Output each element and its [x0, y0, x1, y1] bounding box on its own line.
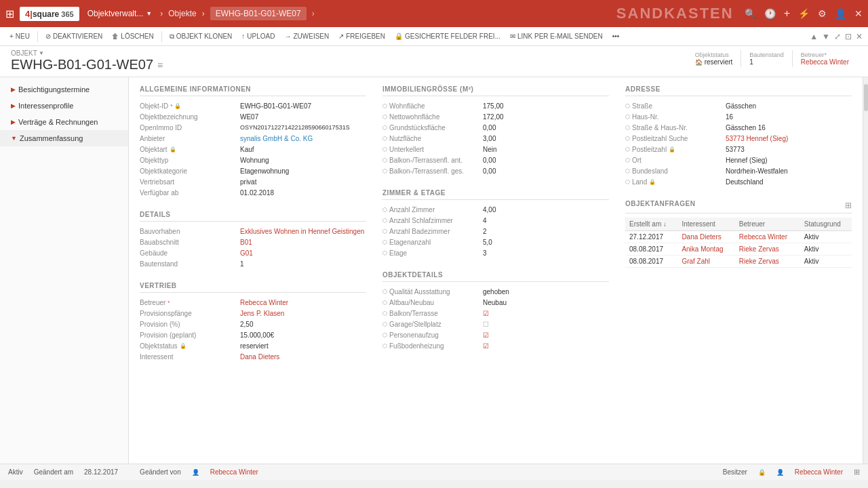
col-interessent[interactable]: Interessent	[677, 218, 734, 231]
felder-icon: 🔒	[395, 33, 403, 40]
app-grid-icon[interactable]: ⊞	[5, 7, 14, 20]
allgemeine-info-section: ALLGEMEINE INFORMATIONEN Objekt-ID * 🔒 E…	[140, 85, 366, 197]
column-2: IMMOBILIENGRÖSSE (m²) ⬡ Wohnfläche 175,0…	[382, 85, 609, 375]
breadcrumb-more[interactable]: ›	[312, 9, 315, 18]
freigeben-button[interactable]: ↗ FREIGEBEN	[334, 31, 389, 41]
section-vertraege[interactable]: ▶ Verträge & Rechnungen	[0, 114, 128, 130]
toolbar-up-icon[interactable]: ▲	[810, 32, 818, 41]
field-value-strasse-haus: Gässchen 16	[726, 123, 852, 132]
field-value-bauvorhaben: Exklusives Wohnen in Hennef Geistingen	[240, 227, 366, 236]
breadcrumb-current[interactable]: EWHG-B01-G01-WE07	[210, 7, 307, 20]
section-zusammenfassung[interactable]: ▼ Zusammenfassung	[0, 130, 128, 146]
search-icon[interactable]: 🔍	[745, 8, 756, 19]
field-label-etage: ⬡ Etage	[382, 249, 477, 258]
details-grid: Bauvorhaben Exklusives Wohnen in Hennef …	[140, 227, 366, 268]
field-value-openimmo: OSYN20171227142212859066017531S	[240, 123, 366, 132]
row3-betreuer[interactable]: Rieke Zervas	[735, 256, 800, 268]
nav-dropdown[interactable]: Objektverwalt... ▼	[82, 6, 158, 21]
objektdetails-grid: ⬡ Qualität Ausstattung gehoben ⬡ Altbau/…	[382, 287, 609, 350]
field-label-openimmo: OpenImmo ID	[140, 123, 235, 132]
col-statusgrund[interactable]: Statusgrund	[800, 218, 852, 231]
scrollbar-thumb	[864, 84, 868, 111]
toolbar-fullscreen-icon[interactable]: ⊡	[845, 32, 852, 41]
app-logo[interactable]: 4|square 365	[20, 7, 79, 21]
felder-frei-button[interactable]: 🔒 GESICHERTE FELDER FREI...	[391, 31, 505, 41]
objekt-klonen-button[interactable]: ⧉ OBJEKT KLONEN	[165, 31, 237, 42]
row1-status: Aktiv	[800, 231, 852, 243]
field-label-bundesland: ⬡ Bundesland	[625, 167, 720, 176]
top-nav: ⊞ 4|square 365 Objektverwalt... ▼ › Obje…	[0, 0, 868, 27]
row1-betreuer[interactable]: Rebecca Winter	[735, 231, 800, 243]
geaendert-von-label: Geändert von	[140, 468, 181, 476]
field-label-unterkellert: ⬡ Unterkellert	[382, 145, 477, 154]
row3-interessent[interactable]: Graf Zahl	[677, 256, 734, 268]
table-row: 08.08.2017 Graf Zahl Rieke Zervas Aktiv	[625, 256, 852, 268]
table-row: 27.12.2017 Dana Dieters Rebecca Winter A…	[625, 231, 852, 243]
zusammenfassung-arrow: ▼	[11, 135, 17, 142]
field-value-schlafzimmer: 4	[483, 216, 609, 225]
field-label-bautenstand: Bautenstand	[140, 260, 235, 268]
field-value-unterkellert: Nein	[483, 145, 609, 154]
field-label-anzahl-zimmer: ⬡ Anzahl Zimmer	[382, 205, 477, 214]
hausnr-icon: ⬡	[625, 114, 630, 120]
field-label-balkon-ges: ⬡ Balkon-/Terrassenfl. ges.	[382, 167, 477, 176]
vertrieb-title: VERTRIEB	[140, 282, 366, 293]
field-value-anbieter[interactable]: synalis GmbH & Co. KG	[240, 134, 366, 143]
field-label-plz: ⬡ Postleitzahl 🔒	[625, 145, 720, 154]
field-label-garage: ⬡ Garage/Stellplatz	[382, 320, 477, 329]
plz-suche-icon: ⬡	[625, 136, 630, 142]
row2-interessent[interactable]: Anika Montag	[677, 243, 734, 256]
toolbar-down-icon[interactable]: ▼	[822, 32, 830, 41]
etage2-icon: ⬡	[382, 250, 387, 256]
more-button[interactable]: •••	[608, 31, 624, 41]
field-value-badezimmer: 2	[483, 227, 609, 236]
link-email-button[interactable]: ✉ LINK PER E-MAIL SENDEN	[506, 31, 607, 41]
settings-icon[interactable]: ⚙	[818, 8, 827, 19]
history-icon[interactable]: 🕐	[764, 8, 776, 19]
row2-betreuer[interactable]: Rieke Zervas	[735, 243, 800, 256]
col-betreuer[interactable]: Betreuer	[735, 218, 800, 231]
menu-lines-icon[interactable]: ≡	[157, 60, 163, 70]
zuweisen-button[interactable]: → ZUWEISEN	[280, 31, 333, 41]
field-value-plz: 53773	[726, 145, 852, 154]
breadcrumb-objekte[interactable]: Objekte	[168, 9, 196, 18]
section-interessenprofile[interactable]: ▶ Interessenprofile	[0, 98, 128, 114]
vertrieb-section: VERTRIEB Betreuer * Rebecca Winter Provi…	[140, 282, 366, 361]
section-besichtigungstermine[interactable]: ▶ Besichtigungstermine	[0, 81, 128, 98]
deaktivieren-button[interactable]: ⊘ DEAKTIVIEREN	[41, 31, 106, 41]
add-icon[interactable]: +	[784, 7, 790, 20]
scrollbar-right[interactable]	[863, 77, 868, 464]
row3-date: 08.08.2017	[625, 256, 677, 268]
neu-button[interactable]: + NEU	[5, 31, 34, 41]
toolbar-expand-icon[interactable]: ⤢	[834, 32, 841, 41]
field-label-aufzug: ⬡ Personenaufzug	[382, 331, 477, 340]
field-label-objektbezeichnung: Objektbezeichnung	[140, 113, 235, 121]
loeschen-button[interactable]: 🗑 LÖSCHEN	[108, 31, 157, 41]
objektdetails-title: OBJEKTDETAILS	[382, 271, 609, 282]
objektanfragen-expand[interactable]: ⊞	[845, 201, 852, 210]
bottom-right-icon[interactable]: ⊞	[854, 468, 860, 476]
bottom-bar: Aktiv Geändert am 28.12.2017 Geändert vo…	[0, 464, 868, 480]
geaendert-von-value[interactable]: Rebecca Winter	[210, 468, 258, 476]
land-lock: 🔒	[649, 179, 656, 185]
objektdetails-section: OBJEKTDETAILS ⬡ Qualität Ausstattung geh…	[382, 271, 609, 350]
row1-interessent[interactable]: Dana Dieters	[677, 231, 734, 243]
upload-button[interactable]: ↑ UPLOAD	[237, 31, 279, 41]
user-icon[interactable]: 👤	[835, 8, 846, 19]
header-meta: Objektstatus 🏠 reserviert Bautenstand 1 …	[687, 50, 857, 67]
allgemeine-info-grid: Objekt-ID * 🔒 EWHG-B01-G01-WE07 Objektbe…	[140, 102, 366, 197]
field-value-garage: ☐	[483, 320, 609, 329]
field-value-ort: Hennef (Sieg)	[726, 156, 852, 165]
filter-icon[interactable]: ⚡	[798, 8, 810, 19]
field-value-nettowohnflaeche: 172,00	[483, 113, 609, 121]
toolbar-close-icon[interactable]: ✕	[856, 32, 863, 41]
besitzer-value[interactable]: Rebecca Winter	[795, 468, 843, 476]
col-erstellt[interactable]: Erstellt am ↓	[625, 218, 677, 231]
object-label[interactable]: OBJEKT ▼	[11, 49, 44, 57]
column-3: ADRESSE ⬡ Straße Gässchen ⬡ Haus-Nr. 16	[625, 85, 852, 375]
immobiliengroesse-title: IMMOBILIENGRÖSSE (m²)	[382, 85, 609, 96]
field-value-objektstatus: reserviert	[240, 342, 366, 350]
field-value-balkon-detail: ☑	[483, 309, 609, 318]
field-value-verfuegbar: 01.02.2018	[240, 188, 366, 197]
close-icon[interactable]: ✕	[854, 8, 863, 19]
